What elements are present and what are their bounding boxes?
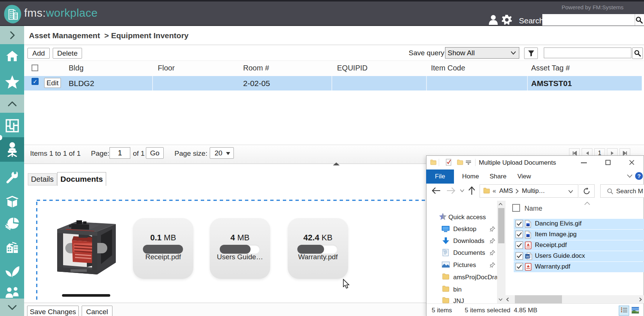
- svg-text:W: W: [526, 255, 529, 259]
